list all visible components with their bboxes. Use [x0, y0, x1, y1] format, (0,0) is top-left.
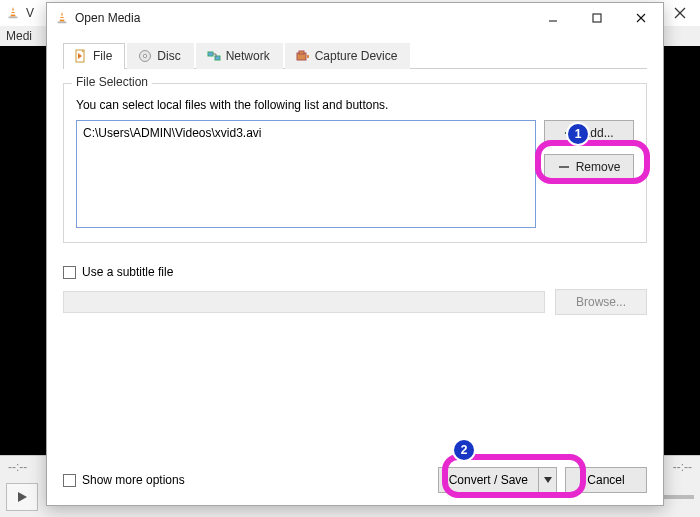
- file-selection-legend: File Selection: [72, 75, 152, 89]
- svg-rect-9: [58, 22, 67, 24]
- media-tabs: File Disc Network Capture Device: [63, 41, 647, 69]
- parent-close-icon[interactable]: [660, 0, 700, 26]
- svg-rect-13: [593, 14, 601, 22]
- plus-icon: [564, 127, 576, 139]
- browse-button-label: Browse...: [576, 295, 626, 309]
- tab-file[interactable]: File: [63, 43, 125, 69]
- tab-file-label: File: [93, 49, 112, 63]
- time-start: --:--: [6, 460, 29, 474]
- file-icon: [74, 49, 88, 63]
- remove-button[interactable]: Remove: [544, 154, 634, 180]
- browse-button: Browse...: [555, 289, 647, 315]
- tab-disc[interactable]: Disc: [127, 43, 193, 69]
- tab-capture-label: Capture Device: [315, 49, 398, 63]
- use-subtitle-checkbox[interactable]: [63, 266, 76, 279]
- parent-window-title: V: [26, 6, 34, 20]
- svg-marker-29: [544, 477, 552, 483]
- file-list[interactable]: C:\Users\ADMIN\Videos\xvid3.avi: [76, 120, 536, 228]
- list-item[interactable]: C:\Users\ADMIN\Videos\xvid3.avi: [83, 125, 529, 141]
- svg-rect-11: [60, 18, 65, 20]
- remove-button-label: Remove: [576, 160, 621, 174]
- time-end: --:--: [671, 460, 694, 474]
- add-button[interactable]: Add...: [544, 120, 634, 146]
- network-icon: [207, 49, 221, 63]
- tab-disc-label: Disc: [157, 49, 180, 63]
- tab-capture[interactable]: Capture Device: [285, 43, 411, 69]
- show-more-options-checkbox[interactable]: [63, 474, 76, 487]
- svg-rect-25: [307, 55, 309, 58]
- disc-icon: [138, 49, 152, 63]
- svg-rect-1: [9, 16, 18, 18]
- play-button[interactable]: [6, 483, 38, 511]
- show-more-options-label: Show more options: [82, 473, 185, 487]
- vlc-cone-icon: [6, 6, 20, 20]
- subtitle-path-field: [63, 291, 545, 313]
- tab-network[interactable]: Network: [196, 43, 283, 69]
- cancel-button-label: Cancel: [587, 473, 624, 487]
- open-media-dialog: Open Media File: [46, 2, 664, 506]
- close-button[interactable]: [619, 3, 663, 33]
- add-button-label: Add...: [582, 126, 613, 140]
- convert-save-button[interactable]: Convert / Save: [438, 467, 557, 493]
- dialog-title: Open Media: [75, 11, 140, 25]
- chevron-down-icon: [544, 477, 552, 483]
- svg-point-20: [144, 54, 147, 57]
- cancel-button[interactable]: Cancel: [565, 467, 647, 493]
- maximize-button[interactable]: [575, 3, 619, 33]
- tab-network-label: Network: [226, 49, 270, 63]
- svg-rect-3: [11, 13, 16, 15]
- file-selection-hint: You can select local files with the foll…: [76, 98, 634, 112]
- minus-icon: [558, 161, 570, 173]
- vlc-cone-icon: [55, 11, 69, 25]
- file-selection-group: File Selection You can select local file…: [63, 83, 647, 243]
- convert-save-label: Convert / Save: [449, 473, 528, 487]
- svg-rect-2: [11, 10, 15, 12]
- svg-rect-24: [299, 51, 304, 54]
- svg-rect-21: [208, 52, 213, 56]
- use-subtitle-label: Use a subtitle file: [82, 265, 173, 279]
- minimize-button[interactable]: [531, 3, 575, 33]
- svg-marker-6: [18, 492, 27, 502]
- svg-rect-10: [60, 15, 64, 17]
- dialog-titlebar[interactable]: Open Media: [47, 3, 663, 33]
- convert-save-dropdown[interactable]: [539, 467, 557, 493]
- capture-icon: [296, 49, 310, 63]
- parent-menu-media[interactable]: Medi: [6, 29, 32, 43]
